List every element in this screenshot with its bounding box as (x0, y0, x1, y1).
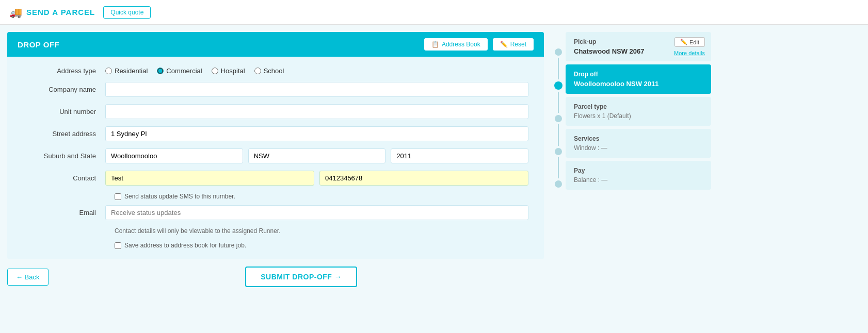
header: 🚚 SEND A PARCEL Quick quote (0, 0, 868, 25)
form-body: Address type Residential Commercial H (7, 57, 544, 259)
back-button[interactable]: ← Back (7, 269, 49, 286)
timeline: Pick-up Chatswood NSW 2067 ✏️ Edit More … (551, 32, 711, 190)
state-input[interactable] (248, 148, 386, 163)
dot-line-1 (558, 58, 559, 79)
postcode-input[interactable] (391, 148, 528, 163)
contact-info-text: Contact details will only be viewable to… (23, 227, 528, 235)
radio-residential[interactable]: Residential (105, 67, 148, 75)
drop-off-header: DROP OFF 📋 Address Book ✏️ Reset (7, 32, 544, 57)
services-card: Services Window : — (566, 129, 711, 158)
form-panel: DROP OFF 📋 Address Book ✏️ Reset Addre (7, 32, 544, 326)
suburb-state-row: Suburb and State (23, 148, 528, 163)
logo: 🚚 SEND A PARCEL (9, 6, 95, 19)
contact-label: Contact (23, 174, 105, 182)
radio-school-label: School (264, 67, 284, 75)
sms-label[interactable]: Send status update SMS to this number. (115, 193, 235, 200)
address-type-row: Address type Residential Commercial H (23, 67, 528, 75)
radio-hospital[interactable]: Hospital (212, 67, 245, 75)
street-address-label: Street address (23, 130, 105, 138)
dot-line-4 (558, 157, 559, 179)
radio-school-input[interactable] (254, 68, 261, 74)
email-label: Email (23, 209, 105, 217)
truck-icon: 🚚 (9, 6, 23, 19)
cards-column: Pick-up Chatswood NSW 2067 ✏️ Edit More … (566, 32, 711, 190)
suburb-state-inputs (105, 148, 528, 163)
address-type-radio-group: Residential Commercial Hospital Sch (105, 67, 528, 75)
reset-label: Reset (510, 41, 526, 48)
right-panel: Pick-up Chatswood NSW 2067 ✏️ Edit More … (551, 32, 711, 326)
suburb-input[interactable] (105, 148, 243, 163)
save-address-text: Save address to address book for future … (124, 242, 246, 249)
suburb-state-label: Suburb and State (23, 152, 105, 160)
address-type-label: Address type (23, 67, 105, 75)
main-layout: DROP OFF 📋 Address Book ✏️ Reset Addre (0, 25, 868, 333)
dropoff-card-value: Woolloomooloo NSW 2011 (574, 80, 703, 88)
drop-off-box: DROP OFF 📋 Address Book ✏️ Reset Addre (7, 32, 544, 259)
edit-button[interactable]: ✏️ Edit (674, 37, 705, 47)
quick-quote-button[interactable]: Quick quote (103, 6, 151, 19)
save-address-checkbox[interactable] (115, 242, 121, 249)
company-name-input[interactable] (105, 82, 528, 97)
edit-icon: ✏️ (680, 39, 687, 45)
radio-commercial-label: Commercial (166, 67, 202, 75)
logo-text: SEND A PARCEL (26, 8, 95, 16)
parcel-type-card: Parcel type Flowers x 1 (Default) (566, 97, 711, 126)
dropoff-card-title: Drop off (574, 71, 703, 78)
address-book-label: Address Book (442, 41, 480, 48)
sms-row: Send status update SMS to this number. (23, 193, 528, 200)
submit-button[interactable]: SUBMIT DROP-OFF → (245, 267, 357, 287)
contact-row: Contact (23, 171, 528, 186)
contact-name-input[interactable] (105, 171, 314, 186)
email-input[interactable] (105, 205, 528, 220)
save-address-row: Save address to address book for future … (23, 242, 528, 249)
address-book-icon: 📋 (431, 41, 439, 48)
radio-residential-label: Residential (115, 67, 148, 75)
dot-dropoff (554, 81, 562, 90)
pickup-card: Pick-up Chatswood NSW 2067 ✏️ Edit More … (566, 32, 711, 61)
parcel-type-card-title: Parcel type (574, 103, 703, 110)
drop-off-header-buttons: 📋 Address Book ✏️ Reset (424, 38, 534, 51)
timeline-dots (551, 32, 566, 190)
radio-school[interactable]: School (254, 67, 284, 75)
services-card-title: Services (574, 135, 703, 142)
radio-commercial[interactable]: Commercial (157, 67, 202, 75)
parcel-type-card-value: Flowers x 1 (Default) (574, 112, 703, 120)
street-address-row: Street address (23, 126, 528, 141)
dot-pay (555, 180, 562, 188)
unit-number-row: Unit number (23, 104, 528, 119)
unit-number-label: Unit number (23, 108, 105, 115)
bottom-bar: ← Back SUBMIT DROP-OFF → (7, 259, 544, 287)
sms-checkbox[interactable] (115, 193, 121, 200)
contact-inputs (105, 171, 528, 186)
radio-hospital-label: Hospital (221, 67, 245, 75)
edit-label: Edit (689, 39, 699, 45)
company-name-row: Company name (23, 82, 528, 97)
address-book-button[interactable]: 📋 Address Book (424, 38, 488, 51)
dot-line-3 (558, 124, 559, 146)
reset-button[interactable]: ✏️ Reset (493, 38, 534, 51)
email-row: Email (23, 205, 528, 220)
pay-card-title: Pay (574, 167, 703, 174)
radio-commercial-input[interactable] (157, 68, 164, 74)
company-name-label: Company name (23, 86, 105, 93)
sms-label-text: Send status update SMS to this number. (124, 193, 235, 200)
radio-residential-input[interactable] (105, 68, 112, 74)
dot-line-2 (558, 92, 559, 113)
contact-phone-input[interactable] (319, 171, 528, 186)
save-address-label[interactable]: Save address to address book for future … (115, 242, 246, 249)
drop-off-title: DROP OFF (18, 40, 59, 49)
unit-number-input[interactable] (105, 104, 528, 119)
street-address-input[interactable] (105, 126, 528, 141)
dot-parcel (555, 115, 562, 122)
pay-card: Pay Balance : — (566, 161, 711, 190)
services-window-label: Window : — (574, 144, 703, 152)
pay-balance-label: Balance : — (574, 176, 703, 184)
radio-hospital-input[interactable] (212, 68, 218, 74)
more-details-link[interactable]: More details (674, 50, 705, 56)
dot-pickup (555, 48, 562, 56)
dot-services (555, 148, 562, 155)
reset-icon: ✏️ (500, 41, 508, 48)
dropoff-card: Drop off Woolloomooloo NSW 2011 (566, 64, 711, 94)
